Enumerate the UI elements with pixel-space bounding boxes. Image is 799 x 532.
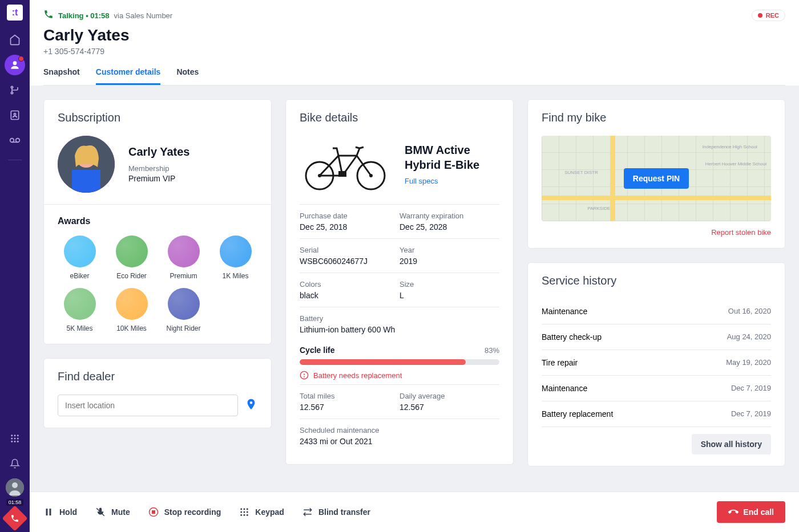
bike-details-card: Bike details BMW Active Hybrid E-Bike Fu… (285, 99, 514, 465)
svg-point-11 (14, 438, 16, 440)
subscriber-name: Carly Yates (128, 145, 190, 159)
membership-label: Membership (128, 164, 190, 173)
phone-icon (43, 9, 54, 22)
colors-label: Colors (300, 280, 400, 289)
keypad-button[interactable]: Keypad (239, 507, 284, 517)
svg-point-15 (17, 441, 19, 442)
sidebar-endcall-button[interactable] (2, 505, 27, 531)
flow-icon[interactable] (5, 80, 25, 100)
svg-point-13 (11, 441, 13, 442)
cycle-life-pct: 83% (485, 346, 499, 355)
warranty-label: Warranty expiration (400, 212, 499, 220)
svg-rect-30 (50, 509, 51, 515)
year-value: 2019 (400, 257, 499, 266)
svg-point-5 (10, 139, 14, 143)
stop-recording-button[interactable]: Stop recording (148, 507, 221, 517)
award-badge: 1K Miles (213, 235, 257, 280)
request-pin-button[interactable]: Request PIN (624, 168, 689, 189)
battery-label: Battery (300, 314, 499, 323)
svg-point-0 (13, 61, 17, 65)
svg-point-41 (244, 514, 245, 516)
svg-point-1 (11, 86, 13, 88)
show-all-history-button[interactable]: Show all history (692, 434, 771, 454)
award-badge: 5K Miles (58, 288, 102, 332)
tab-customer-details[interactable]: Customer details (96, 67, 161, 85)
year-label: Year (400, 246, 499, 254)
award-badge: Premium (162, 235, 205, 280)
history-row[interactable]: MaintenanceOut 16, 2020 (542, 299, 771, 324)
svg-point-9 (17, 434, 19, 436)
end-call-button[interactable]: End call (717, 501, 785, 523)
history-row[interactable]: Battery check-upAug 24, 2020 (542, 324, 771, 350)
svg-point-10 (11, 438, 13, 440)
bike-name: BMW Active Hybrid E-Bike (405, 143, 499, 172)
notifications-icon[interactable] (5, 453, 25, 474)
contacts-icon[interactable] (5, 105, 25, 125)
daily-avg-label: Daily average (400, 392, 499, 400)
svg-point-8 (14, 434, 16, 436)
customer-name: Carly Yates (43, 26, 785, 44)
history-row[interactable]: Tire repairMay 19, 2020 (542, 350, 771, 376)
svg-point-17 (12, 482, 18, 488)
find-bike-card: Find my bike SUNSET DISTR PARKSIDE Indep… (527, 99, 785, 249)
svg-point-40 (241, 514, 243, 516)
subscription-title: Subscription (58, 111, 257, 124)
total-miles-label: Total miles (300, 392, 400, 400)
svg-point-7 (11, 434, 13, 436)
full-specs-link[interactable]: Full specs (405, 177, 438, 185)
subscription-card: Subscription Carly Yates Membership Prem… (43, 99, 272, 344)
apps-icon[interactable] (5, 428, 25, 449)
call-status-text: Talking • 01:58 (58, 11, 110, 20)
svg-point-4 (14, 113, 15, 115)
award-badge: Eco Rider (110, 235, 154, 280)
mute-button[interactable]: Mute (95, 507, 130, 517)
svg-point-36 (247, 508, 248, 510)
tab-notes[interactable]: Notes (176, 67, 199, 85)
svg-rect-33 (152, 510, 155, 514)
purchase-date-label: Purchase date (300, 212, 400, 220)
svg-point-28 (304, 376, 305, 377)
find-dealer-card: Find dealer (43, 358, 272, 428)
history-row[interactable]: MaintenanceDec 7, 2019 (542, 376, 771, 401)
svg-point-6 (16, 139, 20, 143)
battery-value: Lithium-ion battery 600 Wh (300, 325, 499, 334)
voicemail-icon[interactable] (5, 130, 25, 151)
find-bike-title: Find my bike (542, 111, 771, 124)
customer-avatar (58, 136, 115, 193)
sidebar-nav: :t 01:58 (0, 0, 30, 532)
rec-badge: REC (752, 10, 785, 21)
cycle-life-label: Cycle life (300, 346, 334, 355)
find-dealer-title: Find dealer (58, 370, 257, 383)
svg-point-37 (241, 511, 243, 513)
svg-rect-20 (72, 170, 100, 193)
award-badge: Night Rider (162, 288, 205, 332)
size-value: L (400, 291, 499, 300)
svg-point-12 (17, 438, 19, 440)
awards-title: Awards (58, 216, 257, 226)
svg-rect-29 (46, 509, 48, 515)
size-label: Size (400, 280, 499, 289)
tab-snapshot[interactable]: Snapshot (43, 67, 80, 85)
location-pin-icon[interactable] (245, 398, 257, 413)
award-badge: 10K Miles (110, 288, 154, 332)
report-stolen-link[interactable]: Report stolen bike (542, 228, 771, 237)
svg-point-14 (14, 441, 16, 442)
svg-rect-25 (338, 171, 346, 177)
map-area[interactable]: SUNSET DISTR PARKSIDE Independence High … (542, 136, 771, 221)
service-history-card: Service history MaintenanceOut 16, 2020B… (527, 262, 785, 466)
header: Talking • 01:58 via Sales Number REC Car… (30, 0, 799, 86)
blind-transfer-button[interactable]: Blind transfer (302, 507, 370, 517)
user-avatar[interactable] (6, 478, 24, 497)
scheduled-label: Scheduled maintenance (300, 426, 499, 434)
colors-value: black (300, 291, 400, 300)
app-logo[interactable]: :t (7, 5, 23, 21)
svg-point-39 (247, 511, 248, 513)
dealer-location-input[interactable] (58, 395, 238, 416)
history-row[interactable]: Battery replacementDec 7, 2019 (542, 401, 771, 427)
hold-button[interactable]: Hold (43, 507, 77, 517)
svg-point-42 (247, 514, 248, 516)
serial-label: Serial (300, 246, 400, 254)
bike-image (300, 136, 391, 193)
home-icon[interactable] (5, 30, 25, 50)
agent-icon[interactable] (5, 55, 25, 75)
